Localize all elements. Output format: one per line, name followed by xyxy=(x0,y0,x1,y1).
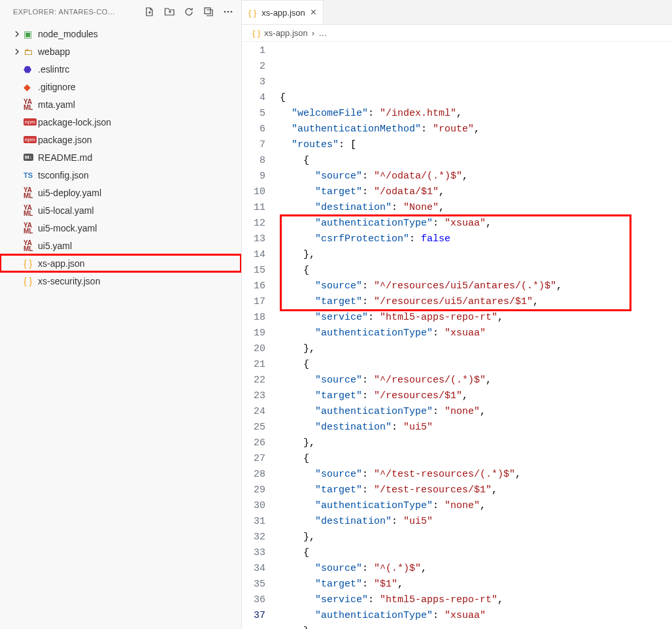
tree-label: mta.yaml xyxy=(38,99,75,110)
code-line[interactable]: { xyxy=(280,153,672,169)
svg-point-1 xyxy=(224,11,226,13)
code-line[interactable]: "welcomeFile": "/index.html", xyxy=(280,106,672,122)
code-area[interactable]: 1234567891011121314151617181920212223242… xyxy=(242,42,672,629)
tree-label: ui5.yaml xyxy=(38,241,72,251)
explorer-panel: EXPLORER: ANTARES-CO… ▣node_modules🗀weba… xyxy=(0,0,242,629)
code-line[interactable]: "target": "/resources/$1", xyxy=(280,388,672,404)
chevron-right-icon[interactable] xyxy=(13,48,24,56)
code-line[interactable]: "target": "/odata/$1", xyxy=(280,184,672,200)
code-line[interactable]: "source": "^/resources/ui5/antares/(.*)$… xyxy=(280,279,672,294)
code-line[interactable]: "target": "/test-resources/$1", xyxy=(280,483,672,498)
tree-folder[interactable]: 🗀webapp xyxy=(0,42,241,60)
breadcrumb-file: xs-app.json xyxy=(264,28,307,38)
tree-file[interactable]: YAMLui5.yaml xyxy=(0,237,241,254)
tree-file[interactable]: npmpackage.json xyxy=(0,131,241,148)
code-line[interactable]: "authenticationMethod": "route", xyxy=(280,122,672,137)
code-line[interactable]: "target": "/resources/ui5/antares/$1", xyxy=(280,294,672,310)
code-line[interactable]: "destination": "ui5" xyxy=(280,420,672,435)
code-line[interactable]: "service": "html5-apps-repo-rt", xyxy=(280,592,672,608)
code-line[interactable]: }, xyxy=(280,530,672,545)
code-line[interactable]: { xyxy=(280,357,672,373)
code-line[interactable]: "source": "^/odata/(.*)$", xyxy=(280,169,672,184)
new-folder-icon[interactable] xyxy=(164,7,175,17)
tree-file[interactable]: ⬣.eslintrc xyxy=(0,60,241,78)
editor-pane: { } xs-app.json × { } xs-app.json › … 12… xyxy=(242,0,672,629)
tree-file[interactable]: YAMLmta.yaml xyxy=(0,95,241,113)
chevron-right-icon[interactable] xyxy=(13,30,24,38)
tree-file[interactable]: npmpackage-lock.json xyxy=(0,113,241,131)
tree-label: .gitignore xyxy=(38,82,76,92)
code-line[interactable]: "authenticationType": "none", xyxy=(280,498,672,514)
code-line[interactable]: } xyxy=(280,624,672,629)
tree-file[interactable]: M↓README.md xyxy=(0,148,241,166)
file-tree[interactable]: ▣node_modules🗀webapp⬣.eslintrc◆.gitignor… xyxy=(0,24,241,629)
code-line[interactable]: }, xyxy=(280,247,672,263)
breadcrumb[interactable]: { } xs-app.json › … xyxy=(242,25,672,42)
breadcrumb-sep: › xyxy=(312,28,314,38)
line-gutter: 1234567891011121314151617181920212223242… xyxy=(242,42,280,629)
tree-file[interactable]: { }xs-app.json xyxy=(0,254,241,272)
tree-label: xs-security.json xyxy=(38,276,100,286)
tab-bar: { } xs-app.json × xyxy=(242,0,672,25)
code-line[interactable]: }, xyxy=(280,435,672,451)
tree-file[interactable]: YAMLui5-mock.yaml xyxy=(0,219,241,237)
tree-label: webapp xyxy=(38,46,70,57)
tree-file[interactable]: YAMLui5-deploy.yaml xyxy=(0,184,241,201)
tree-label: xs-app.json xyxy=(38,258,85,269)
code-line[interactable]: "target": "$1", xyxy=(280,577,672,592)
tree-label: package-lock.json xyxy=(38,117,111,128)
explorer-title: EXPLORER: ANTARES-CO… xyxy=(13,8,115,16)
json-icon: { } xyxy=(252,28,260,38)
tree-label: ui5-deploy.yaml xyxy=(38,188,101,198)
code-content[interactable]: { "welcomeFile": "/index.html", "authent… xyxy=(280,42,672,629)
tab-label: xs-app.json xyxy=(261,8,305,18)
code-line[interactable]: }, xyxy=(280,341,672,357)
explorer-actions xyxy=(144,7,233,17)
tab-xs-app-json[interactable]: { } xs-app.json × xyxy=(242,0,324,24)
code-line[interactable]: "authenticationType": "xsuaa" xyxy=(280,608,672,624)
explorer-header: EXPLORER: ANTARES-CO… xyxy=(0,0,241,24)
close-icon[interactable]: × xyxy=(311,7,316,18)
breadcrumb-trail: … xyxy=(318,28,327,38)
collapse-all-icon[interactable] xyxy=(203,7,214,17)
code-line[interactable]: { xyxy=(280,545,672,561)
code-line[interactable]: "routes": [ xyxy=(280,137,672,153)
refresh-icon[interactable] xyxy=(184,7,194,17)
code-line[interactable]: "destination": "None", xyxy=(280,200,672,216)
tree-label: node_modules xyxy=(38,29,98,39)
code-line[interactable]: "source": "^/test-resources/(.*)$", xyxy=(280,467,672,483)
code-line[interactable]: "authenticationType": "none", xyxy=(280,404,672,420)
tree-folder[interactable]: ▣node_modules xyxy=(0,25,241,42)
tree-label: tsconfig.json xyxy=(38,170,89,180)
tree-label: ui5-local.yaml xyxy=(38,205,94,216)
tree-file[interactable]: { }xs-security.json xyxy=(0,272,241,290)
tree-label: README.md xyxy=(38,152,92,163)
tree-file[interactable]: ◆.gitignore xyxy=(0,78,241,95)
code-line[interactable]: "authenticationType": "xsuaa", xyxy=(280,216,672,231)
new-file-icon[interactable] xyxy=(144,7,155,17)
svg-rect-0 xyxy=(205,8,210,14)
tree-label: .eslintrc xyxy=(38,64,69,75)
code-line[interactable]: "source": "^/resources/(.*)$", xyxy=(280,373,672,388)
code-line[interactable]: "csrfProtection": false xyxy=(280,231,672,247)
code-line[interactable]: "source": "^(.*)$", xyxy=(280,561,672,577)
tree-label: package.json xyxy=(38,135,92,145)
svg-point-3 xyxy=(231,11,233,13)
code-line[interactable]: "authenticationType": "xsuaa" xyxy=(280,326,672,341)
code-line[interactable]: { xyxy=(280,263,672,279)
more-icon[interactable] xyxy=(223,7,233,17)
tree-file[interactable]: YAMLui5-local.yaml xyxy=(0,201,241,219)
code-line[interactable]: "service": "html5-apps-repo-rt", xyxy=(280,310,672,326)
code-line[interactable]: "destination": "ui5" xyxy=(280,514,672,530)
code-line[interactable]: { xyxy=(280,451,672,467)
tree-label: ui5-mock.yaml xyxy=(38,223,97,233)
svg-point-2 xyxy=(227,11,229,13)
code-line[interactable]: { xyxy=(280,90,672,106)
tree-file[interactable]: TStsconfig.json xyxy=(0,166,241,184)
json-icon: { } xyxy=(248,8,256,18)
